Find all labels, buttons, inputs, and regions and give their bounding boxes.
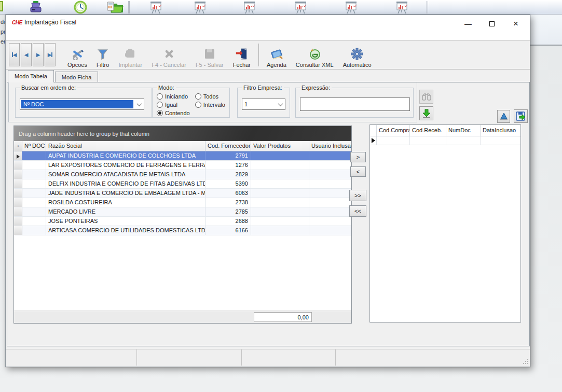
salvar-button[interactable]: F5 - Salvar	[191, 42, 228, 68]
cell-no-doc[interactable]	[22, 226, 46, 235]
move-all-right-button[interactable]: >>	[349, 190, 366, 201]
column-header-cod-compra[interactable]: Cod.Compra	[377, 125, 410, 136]
cell-razao-social[interactable]: SOMAR COMERCIO ATACADISTA DE METAIS LTDA	[46, 170, 205, 179]
clock-icon[interactable]	[73, 1, 88, 14]
chart-board-icon[interactable]	[294, 1, 308, 14]
search-button[interactable]	[419, 90, 433, 104]
cell-cod-fornecedor[interactable]: 2738	[205, 198, 251, 207]
cell-no-doc[interactable]	[22, 179, 46, 188]
cell-razao-social[interactable]: JOSE PONTEIRAS	[46, 217, 205, 226]
radio-igual[interactable]: Igual	[157, 102, 190, 108]
table-row[interactable]: LAR EXPOSITORES COMERCIO DE FERRAGENS E …	[14, 161, 351, 170]
table-row[interactable]: AUPAT INDUSTRIA E COMERCIO DE COLCHOES L…	[14, 151, 351, 161]
chart-board-icon[interactable]	[395, 1, 409, 14]
chart-board-icon[interactable]	[149, 1, 163, 14]
column-header-numdoc[interactable]: NumDoc	[446, 125, 481, 136]
cell-no-doc[interactable]	[22, 198, 46, 207]
import-button[interactable]	[497, 110, 510, 123]
filtro-button[interactable]: Filtro	[92, 42, 114, 68]
cancelar-button[interactable]: F4 - Cancelar	[147, 42, 191, 68]
move-all-left-button[interactable]: <<	[349, 205, 366, 217]
cell-cod-fornecedor[interactable]: 6063	[205, 189, 251, 198]
cell-valor-produtos[interactable]	[251, 207, 309, 216]
previous-record-button[interactable]: ◀	[21, 43, 32, 66]
cell-valor-produtos[interactable]	[251, 170, 309, 179]
cell-usuario-inclusao[interactable]	[309, 161, 351, 170]
chart-board-icon[interactable]	[242, 1, 257, 14]
radio-contendo[interactable]: Contendo	[157, 110, 190, 116]
calculator-folder-icon[interactable]	[106, 1, 124, 14]
save-export-button[interactable]	[514, 109, 528, 123]
tab-modo-tabela[interactable]: Modo Tabela	[8, 70, 54, 82]
dropdown-button[interactable]	[276, 99, 285, 109]
cell-usuario-inclusao[interactable]	[309, 226, 351, 235]
cell-no-doc[interactable]	[22, 151, 46, 160]
cell-usuario-inclusao[interactable]	[309, 179, 351, 188]
last-record-button[interactable]: ▶	[45, 43, 56, 66]
cell-razao-social[interactable]: LAR EXPOSITORES COMERCIO DE FERRAGENS E …	[46, 161, 205, 170]
cell-usuario-inclusao[interactable]	[309, 207, 351, 216]
column-header-datainclusao[interactable]: DataInclusao	[481, 125, 520, 136]
row-indicator[interactable]	[14, 189, 22, 198]
expressao-input[interactable]	[300, 97, 410, 111]
stamp-icon[interactable]	[29, 1, 43, 14]
fechar-button[interactable]: Fechar	[228, 42, 255, 68]
cell-razao-social[interactable]: ARTICASA COMERCIO DE UTILIDADES DOMESTIC…	[46, 226, 205, 235]
cell-razao-social[interactable]: JADE INDUSTRIA E COMERCIO DE EMBALAGEM L…	[46, 189, 205, 198]
empty-row[interactable]	[370, 136, 520, 145]
grid-corner-button[interactable]: *	[14, 141, 22, 151]
close-button[interactable]: ×	[504, 15, 528, 33]
table-row[interactable]: MERCADO LIVRE 2785	[14, 207, 351, 217]
column-header-cod-fornecedor[interactable]: Cod. Fornecedor	[205, 141, 251, 151]
cell-valor-produtos[interactable]	[251, 151, 309, 160]
row-indicator[interactable]	[14, 198, 22, 207]
cell-valor-produtos[interactable]	[251, 189, 309, 198]
cell-valor-produtos[interactable]	[251, 179, 309, 188]
cell-razao-social[interactable]: ROSILDA COSTUREIRA	[46, 198, 205, 207]
table-row[interactable]: JOSE PONTEIRAS 2688	[14, 217, 351, 226]
chart-board-icon[interactable]	[193, 1, 208, 14]
table-row[interactable]: DELFIX INDUSTRIA E COMERCIO DE FITAS ADE…	[14, 179, 351, 189]
table-row[interactable]: ROSILDA COSTUREIRA 2738	[14, 198, 351, 207]
cell-usuario-inclusao[interactable]	[309, 170, 351, 179]
row-indicator[interactable]	[14, 179, 22, 188]
move-right-button[interactable]: >	[350, 152, 366, 162]
cell-usuario-inclusao[interactable]	[309, 217, 351, 226]
tab-modo-ficha[interactable]: Modo Ficha	[55, 72, 98, 82]
opcoes-button[interactable]: Opcoes	[63, 42, 92, 68]
table-row[interactable]: SOMAR COMERCIO ATACADISTA DE METAIS LTDA…	[14, 170, 351, 179]
column-header-cod-receb[interactable]: Cod.Receb.	[410, 125, 446, 136]
empresa-combobox[interactable]: 1	[242, 99, 285, 110]
cell-cod-fornecedor[interactable]: 2688	[205, 217, 251, 226]
implantar-button[interactable]: Implantar	[114, 42, 147, 68]
agenda-button[interactable]: Agenda	[262, 42, 291, 68]
next-record-button[interactable]: ▶	[33, 43, 44, 66]
cell-cod-fornecedor[interactable]: 1276	[205, 161, 251, 170]
column-header-razao-social[interactable]: Razão Social	[46, 141, 205, 151]
cell-no-doc[interactable]	[22, 161, 46, 170]
cell-valor-produtos[interactable]	[251, 161, 309, 170]
row-indicator[interactable]	[14, 226, 22, 235]
radio-todos[interactable]: Todos	[195, 93, 225, 100]
cell-no-doc[interactable]	[22, 217, 46, 226]
row-indicator[interactable]	[14, 151, 22, 160]
consultar-xml-button[interactable]: Consultar XML	[291, 42, 338, 68]
cell-valor-produtos[interactable]	[251, 217, 309, 226]
table-row[interactable]: JADE INDUSTRIA E COMERCIO DE EMBALAGEM L…	[14, 189, 351, 198]
cell-usuario-inclusao[interactable]	[309, 151, 351, 160]
dropdown-button[interactable]	[134, 99, 144, 109]
chart-board-icon[interactable]	[344, 1, 359, 14]
apply-filter-button[interactable]	[419, 106, 433, 120]
maximize-button[interactable]	[480, 15, 504, 33]
cell-no-doc[interactable]	[22, 207, 46, 216]
radio-iniciando[interactable]: Iniciando	[157, 93, 190, 100]
first-record-button[interactable]: ◀	[9, 43, 20, 66]
cell-cod-fornecedor[interactable]: 2785	[205, 207, 251, 216]
cell-cod-fornecedor[interactable]: 2829	[205, 170, 251, 179]
cell-cod-fornecedor[interactable]: 6166	[205, 226, 251, 235]
cell-usuario-inclusao[interactable]	[309, 189, 351, 198]
buscar-combobox[interactable]: Nº DOC	[20, 99, 144, 110]
cell-no-doc[interactable]	[22, 189, 46, 198]
groupby-bar[interactable]: Drag a column header here to group by th…	[14, 126, 351, 141]
title-bar[interactable]: CHE Implantação Fiscal — ×	[6, 15, 530, 40]
